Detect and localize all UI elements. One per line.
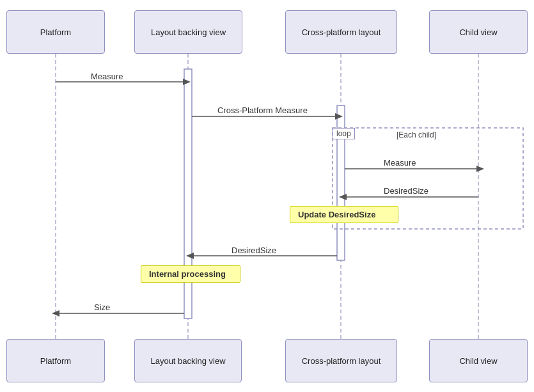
lifeline-cross-platform-bottom: Cross-platform layout [285,339,397,382]
message-label-cross-measure: Cross-Platform Measure [217,106,308,115]
diagram-svg [0,0,534,392]
lifeline-platform-bottom: Platform [6,339,105,382]
lifeline-child-view-top: Child view [429,10,528,54]
message-label-child-measure: Measure [384,158,416,168]
message-label-desired-size-layout: DesiredSize [232,246,276,255]
action-box-update-desired-size: Update DesiredSize [290,206,398,223]
svg-marker-12 [476,166,484,172]
loop-label: loop [333,128,355,139]
lifeline-platform-top: Platform [6,10,105,54]
lifeline-layout-backing-top: Layout backing view [134,10,242,54]
message-label-measure: Measure [91,72,123,81]
lifeline-layout-backing-bottom: Layout backing view [134,339,242,382]
message-label-size: Size [94,302,110,312]
action-box-internal-processing: Internal processing [141,265,240,283]
lifeline-cross-platform-top: Cross-platform layout [285,10,397,54]
lifeline-child-view-bottom: Child view [429,339,528,382]
message-label-desired-size-back: DesiredSize [384,186,428,196]
loop-condition: [Each child] [397,130,436,139]
diagram-container: Platform Layout backing view Cross-platf… [0,0,534,392]
